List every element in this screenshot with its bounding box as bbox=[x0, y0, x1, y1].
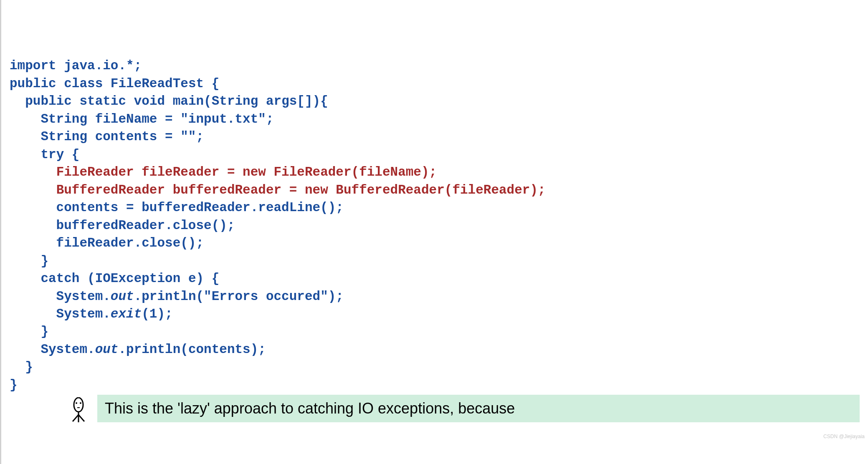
stick-figure-icon bbox=[68, 397, 89, 422]
highlighted-code: FileReader fileReader = new FileReader(f… bbox=[56, 165, 437, 179]
svg-line-5 bbox=[73, 415, 78, 421]
code-text bbox=[126, 94, 134, 108]
keyword: static bbox=[79, 94, 126, 108]
code-text: { bbox=[64, 147, 79, 162]
code-text bbox=[56, 76, 64, 91]
callout-row: This is the 'lazy' approach to catching … bbox=[10, 395, 860, 422]
watermark: CSDN @Jiejiayaia bbox=[823, 433, 865, 440]
code-text bbox=[10, 147, 40, 162]
code-block: import java.io.*; public class FileReadT… bbox=[10, 57, 860, 394]
italic-code: exit bbox=[111, 307, 142, 321]
code-text bbox=[72, 94, 80, 108]
code-text: FileReadTest { bbox=[103, 76, 219, 91]
code-text bbox=[10, 271, 40, 286]
code-text: (1); bbox=[142, 307, 172, 321]
italic-code: out bbox=[111, 289, 134, 304]
keyword: public bbox=[10, 76, 56, 91]
code-text bbox=[10, 183, 56, 197]
svg-line-6 bbox=[78, 415, 84, 421]
keyword: void bbox=[134, 94, 165, 108]
keyword: public bbox=[10, 94, 72, 108]
code-text: main(String args[]){ bbox=[165, 94, 328, 108]
code-text: } bbox=[10, 324, 48, 339]
italic-code: out bbox=[95, 342, 119, 357]
code-text: String contents = ""; bbox=[10, 129, 204, 144]
code-text: } bbox=[10, 254, 48, 268]
svg-point-0 bbox=[74, 398, 83, 412]
code-text: bufferedReader.close(); bbox=[10, 218, 235, 233]
svg-point-1 bbox=[76, 402, 77, 404]
code-text: System. bbox=[10, 289, 111, 304]
code-text: fileReader.close(); bbox=[10, 236, 204, 250]
code-text: .println(contents); bbox=[118, 342, 266, 357]
code-text: contents = bufferedReader.readLine(); bbox=[10, 200, 344, 215]
code-text: (IOException e) { bbox=[79, 271, 219, 286]
code-text: } bbox=[10, 378, 18, 392]
code-text: System. bbox=[10, 307, 111, 321]
keyword: catch bbox=[40, 271, 79, 286]
highlighted-code: BufferedReader bufferedReader = new Buff… bbox=[56, 183, 546, 197]
code-text: .println("Errors occured"); bbox=[134, 289, 344, 304]
keyword: try bbox=[40, 147, 64, 162]
code-text bbox=[10, 165, 56, 179]
keyword: class bbox=[64, 76, 103, 91]
code-text: System. bbox=[10, 342, 95, 357]
svg-point-2 bbox=[80, 402, 81, 404]
callout-box: This is the 'lazy' approach to catching … bbox=[97, 395, 860, 422]
code-text: String fileName = "input.txt"; bbox=[10, 112, 274, 126]
keyword: import bbox=[10, 58, 56, 73]
code-text: } bbox=[10, 360, 33, 374]
code-text: java.io.*; bbox=[56, 58, 142, 73]
